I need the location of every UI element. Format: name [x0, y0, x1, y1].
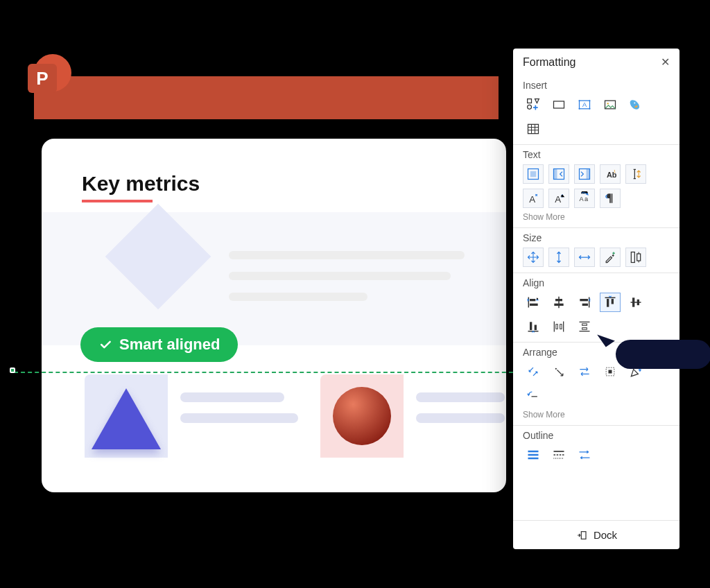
- insert-textbox-icon[interactable]: A: [574, 95, 595, 114]
- svg-marker-1: [535, 99, 539, 103]
- size-height-icon[interactable]: [548, 248, 569, 267]
- formatting-panel: Formatting ✕ Insert A: [513, 49, 679, 549]
- placeholder-line: [229, 251, 465, 259]
- outline-solid-icon[interactable]: [523, 445, 544, 465]
- svg-text:A: A: [582, 101, 587, 108]
- decrease-font-icon[interactable]: Aˇ: [548, 189, 569, 208]
- svg-rect-37: [632, 297, 634, 306]
- alignment-guide-handle[interactable]: [10, 368, 15, 373]
- svg-rect-38: [637, 300, 639, 305]
- size-width-icon[interactable]: [574, 248, 595, 267]
- section-label-text: Text: [523, 149, 670, 160]
- text-show-more[interactable]: Show More: [523, 212, 670, 222]
- rotate-left-icon[interactable]: [523, 386, 544, 406]
- alignment-guide-line: [14, 372, 527, 373]
- placeholder-line: [180, 413, 298, 423]
- arrange-show-more[interactable]: Show More: [523, 410, 670, 420]
- triangle-shape[interactable]: [92, 388, 161, 449]
- svg-point-7: [589, 100, 591, 101]
- svg-point-2: [528, 105, 532, 109]
- section-label-insert: Insert: [523, 80, 670, 91]
- text-margin-all-icon[interactable]: [523, 164, 544, 184]
- fit-height-icon[interactable]: [625, 248, 646, 267]
- svg-rect-15: [530, 171, 536, 177]
- text-cursor-height-icon[interactable]: [625, 164, 646, 184]
- dock-button[interactable]: Dock: [513, 520, 679, 549]
- svg-rect-27: [631, 252, 634, 263]
- insert-table-icon[interactable]: [523, 119, 544, 139]
- insert-rectangle-icon[interactable]: [548, 95, 569, 114]
- powerpoint-logo-icon: P: [28, 64, 57, 93]
- outline-dashed-icon[interactable]: [548, 445, 569, 465]
- svg-rect-17: [554, 169, 557, 180]
- placeholder-line: [180, 392, 284, 402]
- svg-point-6: [579, 100, 580, 101]
- text-margin-left-icon[interactable]: [548, 164, 569, 184]
- svg-rect-29: [530, 299, 535, 301]
- svg-rect-30: [530, 304, 538, 306]
- distribute-horizontal-icon[interactable]: [548, 317, 569, 336]
- svg-rect-31: [555, 299, 562, 301]
- text-margin-right-icon[interactable]: [574, 164, 595, 184]
- svg-rect-35: [607, 299, 609, 307]
- svg-point-45: [555, 368, 557, 370]
- send-backward-icon[interactable]: [548, 362, 569, 381]
- svg-rect-3: [554, 101, 564, 108]
- align-top-icon[interactable]: [600, 293, 621, 312]
- placeholder-line: [416, 392, 505, 402]
- slide-title: Key metrics: [82, 172, 200, 196]
- insert-sticker-icon[interactable]: [625, 95, 646, 114]
- insert-picture-icon[interactable]: [600, 95, 621, 114]
- close-icon[interactable]: ✕: [661, 55, 670, 69]
- align-center-h-icon[interactable]: [548, 293, 569, 312]
- svg-rect-0: [528, 99, 532, 103]
- svg-text:A: A: [580, 196, 585, 202]
- svg-text:1: 1: [614, 169, 616, 173]
- align-bottom-icon[interactable]: [523, 317, 544, 336]
- svg-point-9: [589, 108, 591, 110]
- slide-canvas[interactable]: Key metrics Smart aligned: [42, 139, 506, 492]
- smart-aligned-label: Smart aligned: [119, 336, 220, 354]
- svg-rect-43: [582, 324, 587, 326]
- distribute-vertical-icon[interactable]: [574, 317, 595, 336]
- size-both-icon[interactable]: [523, 248, 544, 267]
- svg-rect-36: [612, 299, 614, 304]
- triangle-card[interactable]: [85, 374, 168, 458]
- svg-rect-19: [587, 169, 590, 180]
- svg-rect-42: [560, 325, 562, 329]
- increase-font-icon[interactable]: A: [523, 189, 544, 208]
- placeholder-line: [229, 272, 451, 280]
- outline-arrows-icon[interactable]: [574, 445, 595, 465]
- svg-rect-49: [581, 531, 586, 539]
- align-right-icon[interactable]: [574, 293, 595, 312]
- svg-text:A: A: [555, 194, 561, 205]
- svg-rect-47: [609, 370, 612, 374]
- powerpoint-logo-letter: P: [36, 68, 48, 89]
- section-label-align: Align: [523, 277, 670, 288]
- paragraph-marks-icon[interactable]: [600, 189, 621, 208]
- svg-rect-44: [582, 328, 587, 330]
- cursor-label-pill: [616, 340, 710, 369]
- smart-aligned-badge: Smart aligned: [80, 327, 238, 362]
- insert-shapes-icon[interactable]: [523, 95, 544, 114]
- eyedropper-icon[interactable]: [600, 248, 621, 267]
- sphere-shape[interactable]: [333, 387, 391, 445]
- circle-card[interactable]: [320, 374, 404, 458]
- svg-rect-33: [580, 299, 588, 301]
- selection-pane-icon[interactable]: [600, 362, 621, 381]
- panel-title: Formatting: [523, 56, 575, 69]
- superscript-icon[interactable]: Ab1: [600, 164, 621, 184]
- svg-rect-40: [535, 325, 537, 331]
- section-label-outline: Outline: [523, 430, 670, 441]
- align-middle-v-icon[interactable]: [625, 293, 646, 312]
- svg-point-12: [634, 103, 635, 104]
- bring-forward-icon[interactable]: [523, 362, 544, 381]
- align-left-icon[interactable]: [523, 293, 544, 312]
- svg-text:A: A: [529, 194, 535, 205]
- svg-rect-39: [530, 322, 532, 330]
- placeholder-line: [229, 293, 367, 301]
- svg-rect-13: [528, 124, 539, 133]
- svg-point-11: [607, 103, 609, 105]
- change-case-icon[interactable]: Aa: [574, 189, 595, 208]
- swap-horizontal-icon[interactable]: [574, 362, 595, 381]
